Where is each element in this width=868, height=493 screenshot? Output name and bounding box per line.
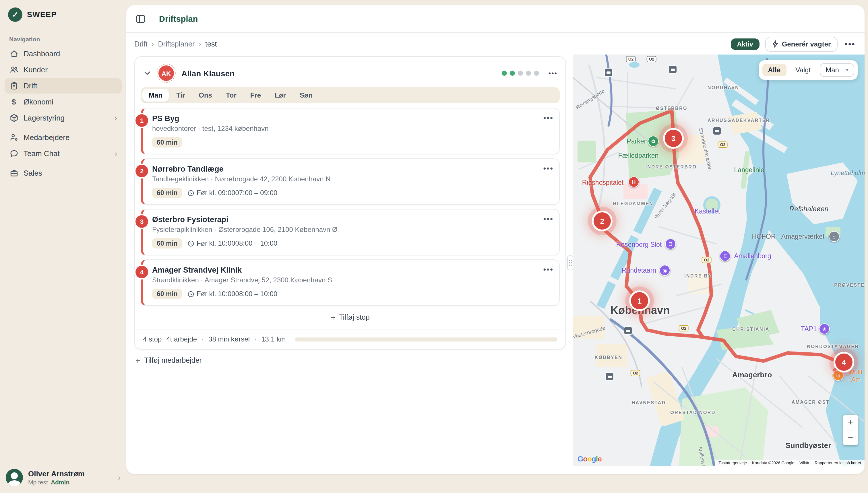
sidebar-item-label: Drift (23, 82, 37, 90)
tab-fre[interactable]: Fre (244, 89, 267, 102)
stop-number-badge: 3 (135, 215, 148, 228)
map-marker-3[interactable]: 3 (663, 128, 684, 149)
sidebar-item-label: Kunder (23, 65, 48, 74)
stop-more-icon[interactable]: ••• (543, 264, 553, 274)
progress-dot (526, 70, 531, 76)
employee-name: Allan Klausen (182, 69, 234, 78)
breadcrumb: Drift › Driftsplaner › test (134, 40, 217, 48)
dollar-icon: $ (9, 97, 18, 106)
duration-badge: 60 min (152, 289, 182, 299)
sidebar-item-dashboard[interactable]: Dashboard (5, 46, 122, 61)
stop-more-icon[interactable]: ••• (543, 214, 553, 223)
stop-details: Fysioterapiklinikken · Østerbrogade 106,… (152, 226, 552, 234)
sidebar: ✓ SWEEP Navigation Dashboard Kunder Drif… (0, 0, 126, 493)
panel-resize-handle[interactable] (567, 255, 573, 270)
stop-more-icon[interactable]: ••• (543, 113, 553, 122)
map-marker-2[interactable]: 2 (592, 211, 613, 231)
stop-card-1[interactable]: 1 PS Byg hovedkontorer · test, 1234 købe… (141, 108, 560, 154)
attribution-shortcuts[interactable]: Tastaturgenveje (718, 461, 747, 465)
stop-details: Tandlægeklinikken · Nørrebrogade 42, 220… (152, 175, 552, 183)
employee-avatar-ring: AK (157, 64, 176, 83)
stop-details: Strandklinikken · Amager Strandvej 52, 2… (152, 276, 552, 284)
page-title: Driftsplan (159, 14, 198, 23)
filter-selected-button[interactable]: Valgt (790, 64, 816, 76)
zoom-out-button[interactable]: − (843, 430, 858, 445)
sidebar-item-sales[interactable]: Sales (5, 165, 122, 181)
sidebar-item-okonomi[interactable]: $ Økonomi (5, 94, 122, 110)
summary-stops: 4 stop (143, 335, 162, 343)
stop-name: PS Byg (152, 114, 552, 123)
tab-ons[interactable]: Ons (192, 89, 218, 102)
schedule-constraint: Før kl. 09:0007:00 – 09:00 (188, 189, 278, 197)
chevron-down-icon[interactable] (142, 68, 152, 78)
attribution-report[interactable]: Rapporter en fejl på kortet (814, 461, 861, 465)
tab-son[interactable]: Søn (293, 89, 319, 102)
breadcrumb-row: Drift › Driftsplaner › test Aktiv Generé… (126, 33, 865, 55)
stop-number-badge: 1 (135, 114, 148, 127)
stop-card-3[interactable]: 3 Østerbro Fysioterapi Fysioterapiklinik… (141, 209, 560, 255)
map-marker-4[interactable]: 4 (833, 352, 854, 372)
stop-more-icon[interactable]: ••• (543, 164, 553, 173)
employee-more-icon[interactable]: ••• (547, 69, 558, 77)
avatar (6, 469, 23, 486)
brand: ✓ SWEEP (0, 0, 126, 22)
stops-list: 1 PS Byg hovedkontorer · test, 1234 købe… (141, 108, 560, 306)
briefcase-icon (9, 168, 18, 178)
chat-icon (9, 149, 18, 158)
stop-number-badge: 4 (135, 266, 148, 278)
generate-shifts-button[interactable]: Generér vagter (765, 37, 838, 51)
stop-number-badge: 2 (135, 165, 148, 177)
tab-lor[interactable]: Lør (268, 89, 292, 102)
sidebar-item-lagerstyring[interactable]: Lagerstyring › (5, 110, 122, 126)
user-meta: Oliver Arnstrøm Mp testAdmin (28, 470, 113, 486)
sidebar-item-kunder[interactable]: Kunder (5, 62, 122, 78)
sidebar-item-medarbejdere[interactable]: Medarbejdere (5, 130, 122, 145)
user-gear-icon (9, 133, 18, 142)
attribution-terms[interactable]: Vilkår (799, 461, 809, 465)
breadcrumb-driftsplaner[interactable]: Driftsplaner (158, 40, 195, 48)
user-menu[interactable]: Oliver Arnstrøm Mp testAdmin › (6, 469, 121, 486)
sidebar-item-label: Team Chat (23, 149, 60, 158)
filter-all-button[interactable]: Alle (762, 64, 786, 76)
sidebar-item-team-chat[interactable]: Team Chat › (5, 146, 122, 161)
clock-icon (188, 291, 194, 297)
chevron-down-icon: ▾ (846, 67, 848, 73)
brand-check-icon: ✓ (8, 7, 22, 22)
clock-icon (188, 240, 194, 246)
stop-card-2[interactable]: 2 Nørrebro Tandlæge Tandlægeklinikken · … (141, 158, 560, 205)
tab-tor[interactable]: Tor (219, 89, 243, 102)
tab-tir[interactable]: Tir (170, 89, 191, 102)
sidebar-item-label: Økonomi (23, 98, 54, 106)
app: ✓ SWEEP Navigation Dashboard Kunder Drif… (0, 0, 868, 493)
more-menu-icon[interactable]: ••• (843, 39, 856, 49)
day-select-dropdown[interactable]: Man ▾ (820, 63, 854, 77)
add-stop-button[interactable]: + Tilføj stop (141, 306, 560, 329)
content-panel: Driftsplan Drift › Driftsplaner › test A… (126, 5, 865, 474)
panel-header: Driftsplan (126, 5, 865, 33)
breadcrumb-current: test (205, 40, 217, 48)
route-map[interactable]: ØSTERBRO NØRREBRO NORDHAVN ÅRHUSGADEKVAR… (573, 55, 865, 466)
status-badge: Aktiv (731, 38, 759, 50)
plus-icon: + (135, 357, 140, 364)
map-canvas (573, 55, 865, 466)
map-filter-controls: Alle Valgt Man ▾ (759, 60, 858, 80)
schedule-constraint: Før kl. 10:0008:00 – 10:00 (188, 290, 278, 298)
add-employee-button[interactable]: + Tilføj medarbejder (135, 357, 565, 364)
stop-name: Østerbro Fysioterapi (152, 215, 552, 224)
plan-column: AK Allan Klausen ••• Man Tir Ons Tor Fre… (134, 56, 566, 371)
user-name: Oliver Arnstrøm (28, 470, 113, 478)
zoom-in-button[interactable]: + (843, 415, 858, 430)
tab-man[interactable]: Man (142, 89, 169, 102)
sidebar-nav: Dashboard Kunder Drift $ Økonomi Lagerst… (0, 46, 126, 181)
box-icon (9, 113, 18, 123)
sidebar-toggle-icon[interactable] (134, 12, 147, 25)
stop-details: hovedkontorer · test, 1234 københavn (152, 125, 552, 133)
breadcrumb-drift[interactable]: Drift (134, 40, 148, 48)
sidebar-item-label: Medarbejdere (23, 133, 69, 142)
map-attribution: Tastaturgenveje Kortdata ©2026 Google Vi… (715, 460, 865, 466)
chevron-right-icon: › (114, 150, 117, 157)
sidebar-item-drift[interactable]: Drift (5, 78, 122, 93)
stop-card-4[interactable]: 4 Amager Strandvej Klinik Strandklinikke… (141, 259, 560, 306)
map-marker-1[interactable]: 1 (629, 291, 650, 311)
summary-distance: 13.1 km (261, 335, 285, 343)
